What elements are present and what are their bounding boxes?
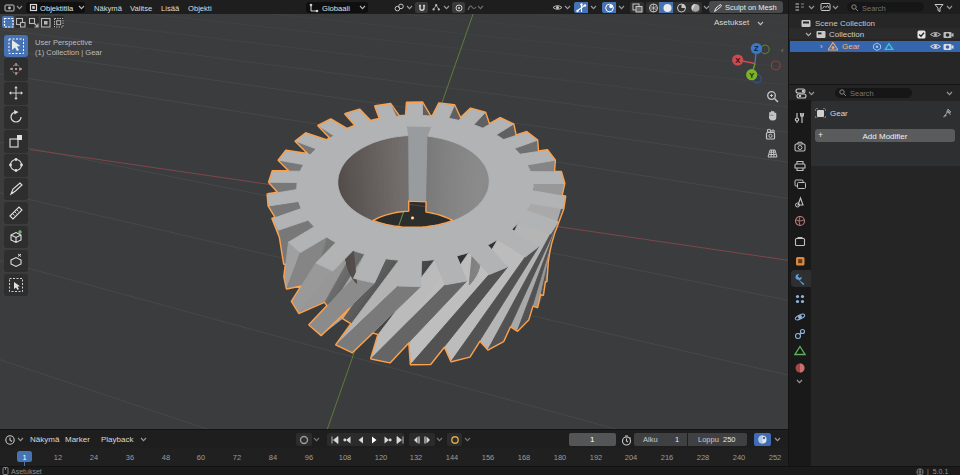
svg-text:Y: Y — [749, 71, 754, 80]
svg-text:X: X — [735, 56, 740, 65]
svg-text:Z: Z — [754, 44, 759, 53]
